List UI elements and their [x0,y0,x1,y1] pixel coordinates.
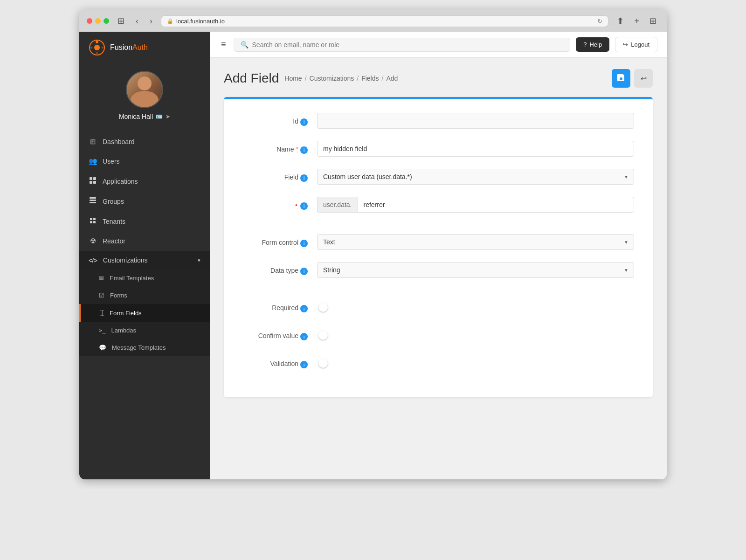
data-type-select[interactable]: String Number Boolean [317,262,634,278]
svg-rect-7 [93,177,96,180]
userdata-info-icon[interactable]: i [300,202,308,210]
back-button[interactable]: ↩ [634,69,653,88]
chevron-down-icon: ▾ [198,257,200,263]
sidebar-item-lambdas[interactable]: >_ Lambdas [79,322,210,339]
user-nav-icon[interactable]: ➤ [166,113,170,120]
required-info-icon[interactable]: i [300,305,308,312]
breadcrumb-home[interactable]: Home [284,75,302,82]
sidebar-item-tenants[interactable]: Tenants [79,211,210,231]
validation-thumb [318,359,328,368]
save-button[interactable] [612,69,630,88]
form-control-select-wrapper: Text Textarea Checkbox [317,234,634,250]
address-bar: 🔒 local.fusionauth.io ↻ [161,15,608,27]
form-card: Id i Name * i [224,97,653,397]
svg-rect-15 [90,221,92,223]
users-icon: 👥 [89,157,97,166]
back-browser[interactable]: ‹ [133,15,141,27]
name-label: Name * i [242,141,317,154]
validation-info-icon[interactable]: i [300,361,308,368]
sidebar-item-message-templates[interactable]: 💬 Message Templates [79,339,210,356]
logout-icon: ↪ [623,41,628,48]
form-row-name: Name * i [242,141,634,159]
user-name: Monica Hall 🪪 ➤ [119,113,170,120]
svg-point-3 [96,52,98,54]
svg-rect-8 [90,181,92,184]
refresh-icon[interactable]: ↻ [597,18,602,25]
inline-field-group: user.data. [317,197,634,213]
breadcrumb-fields[interactable]: Fields [361,75,379,82]
message-templates-icon: 💬 [99,344,106,351]
sidebar-item-dashboard[interactable]: ⊞ Dashboard [79,132,210,152]
form-row-userdata: • i user.data. [242,197,634,215]
svg-point-2 [96,41,98,43]
form-row-field: Field i Custom user data (user.data.*) E… [242,169,634,187]
sidebar-item-customizations[interactable]: </> Customizations ▾ [79,251,210,270]
sidebar-item-groups[interactable]: Groups [79,191,210,211]
validation-label: Validation i [242,355,317,368]
breadcrumb: Home / Customizations / Fields / Add [284,75,398,82]
user-card-icon[interactable]: 🪪 [156,113,163,120]
search-input[interactable] [252,41,564,48]
svg-point-5 [102,47,104,48]
traffic-light-close[interactable] [87,18,92,24]
breadcrumb-customizations[interactable]: Customizations [310,75,354,82]
customizations-label: Customizations [103,256,148,264]
field-select-wrapper: Custom user data (user.data.*) Email Use… [317,169,634,185]
sidebar: FusionAuth Monica Hall 🪪 ➤ ⊞ Dashboard [79,32,210,479]
sidebar-item-label: Tenants [103,218,125,225]
field-select[interactable]: Custom user data (user.data.*) Email Use… [317,169,634,185]
forward-browser[interactable]: › [147,15,155,27]
email-templates-icon: ✉ [99,275,104,282]
id-input[interactable] [317,113,634,129]
sidebar-logo: FusionAuth [79,32,210,63]
sidebar-sub-label: Email Templates [110,275,154,282]
confirm-value-info-icon[interactable]: i [300,333,308,340]
sidebar-item-reactor[interactable]: ☢ Reactor [79,231,210,251]
id-label: Id i [242,113,317,126]
lock-icon: 🔒 [167,18,173,24]
reactor-icon: ☢ [89,237,97,245]
field-info-icon[interactable]: i [300,174,308,182]
sidebar-item-form-fields[interactable]: ⌶ Form Fields [79,304,210,322]
user-section: Monica Hall 🪪 ➤ [79,63,210,128]
field-label: Field i [242,169,317,182]
data-type-select-wrapper: String Number Boolean [317,262,634,278]
sidebar-item-email-templates[interactable]: ✉ Email Templates [79,270,210,287]
form-row-confirm-value: Confirm value i [242,327,634,346]
svg-rect-9 [93,181,96,184]
sidebar-item-applications[interactable]: Applications [79,171,210,191]
required-thumb [318,303,328,312]
svg-rect-12 [90,202,96,203]
sidebar-sub-label: Message Templates [112,344,166,351]
header: ≡ 🔍 ? Help ↪ Logout [210,32,667,58]
sidebar-item-label: Users [103,158,120,165]
required-label: Required i [242,299,317,312]
svg-point-4 [90,47,92,48]
sidebar-toggle-browser[interactable]: ⊞ [115,15,127,27]
back-icon: ↩ [641,74,647,83]
id-info-icon[interactable]: i [300,118,308,126]
name-info-icon[interactable]: i [300,146,308,154]
data-type-info-icon[interactable]: i [300,268,308,275]
sidebar-item-forms[interactable]: ☑ Forms [79,287,210,304]
svg-rect-6 [90,177,92,180]
data-type-label: Data type i [242,262,317,275]
grid-browser[interactable]: ⊞ [647,15,659,27]
field-suffix-input[interactable] [358,197,635,213]
form-control-select[interactable]: Text Textarea Checkbox [317,234,634,250]
share-browser[interactable]: ⬆ [614,15,627,27]
logout-button[interactable]: ↪ Logout [615,37,657,52]
help-button[interactable]: ? Help [576,37,609,52]
traffic-light-maximize[interactable] [104,18,109,24]
tenants-icon [89,217,97,226]
form-control-info-icon[interactable]: i [300,240,308,247]
sidebar-sub-label: Lambdas [111,327,136,334]
page-actions: ↩ [612,69,653,88]
menu-toggle[interactable]: ≡ [219,38,228,51]
confirm-value-thumb [318,331,328,340]
sidebar-item-users[interactable]: 👥 Users [79,152,210,171]
sidebar-item-label: Reactor [103,237,125,245]
new-tab-browser[interactable]: + [631,15,642,27]
name-input[interactable] [317,141,634,157]
traffic-light-minimize[interactable] [95,18,101,24]
